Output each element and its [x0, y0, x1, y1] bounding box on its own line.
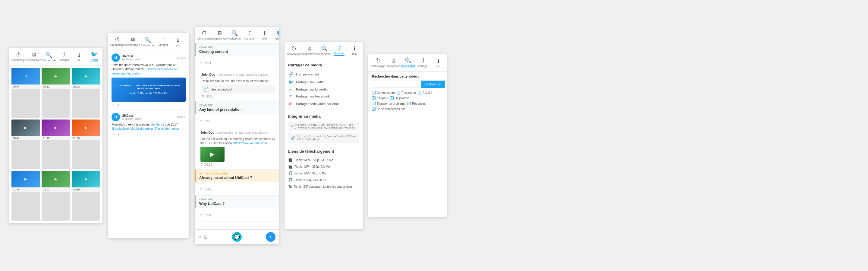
tab-rechercher-1[interactable]: 🔍 Rechercher — [41, 50, 56, 63]
list-item[interactable]: ▶ 01:12 — [41, 119, 70, 169]
tab-diapositives-2[interactable]: 🖥 Diapositives — [125, 35, 140, 48]
add-button[interactable]: + — [266, 232, 276, 242]
like-button[interactable]: ♥ — [118, 104, 119, 107]
tab-rechercher-4[interactable]: 🔍 Rechercher — [317, 44, 332, 57]
like-button[interactable]: ♥ — [118, 133, 119, 136]
close-button-1[interactable]: ✕ — [102, 52, 102, 61]
tab-diapositives-3[interactable]: 🖥 Diapositives — [212, 29, 227, 42]
tab-diapositives-4[interactable]: 🖥 Diapositives — [302, 44, 316, 57]
filter-chapitre[interactable]: Chapitre — [372, 96, 388, 100]
download-icon: 🎵 — [288, 178, 293, 182]
more-button[interactable]: ⋮ — [271, 130, 276, 136]
chat-button[interactable]: 💬 — [232, 232, 242, 242]
tab-chronologie-2[interactable]: ⏱ Chronologie — [110, 35, 125, 48]
filter-je-ne-comprends[interactable]: Je ne comprends pas — [372, 107, 406, 111]
download-item[interactable]: 🎵 Fichier OGA, 744.58 Ko — [288, 177, 359, 183]
retweet-button[interactable]: ↺ — [112, 133, 114, 136]
tab-info-4[interactable]: ℹ Info — [347, 44, 362, 57]
checkbox-commentaire[interactable] — [372, 91, 375, 94]
tab-rechercher-3[interactable]: 🔍 Rechercher — [227, 29, 242, 42]
tab-diapositives-5[interactable]: 🖥 Diapositives — [386, 56, 400, 69]
download-item[interactable]: 🎬 Fichier MP4, 720p, 23.07 Mo — [288, 157, 359, 163]
thumb-preview: ▶ — [72, 171, 100, 187]
filter-activite[interactable]: Activité — [418, 91, 432, 94]
tab-twitter-4[interactable]: 🐦 Twitter — [362, 44, 363, 57]
email-icon: ✉ — [288, 101, 293, 106]
list-item[interactable]: ▶ 01:34 — [72, 119, 100, 169]
checkbox-reponses[interactable] — [407, 102, 411, 105]
tab-chronologie-4[interactable]: ⏱ Chronologie — [287, 44, 301, 57]
tab-partager-1[interactable]: ⤴ Partager — [57, 50, 71, 63]
more-button[interactable]: ⋮ — [271, 187, 276, 192]
timestamp: ⏱ 01:34 ⋮ — [199, 213, 276, 218]
tab-diapositives-1[interactable]: 🖥 Diapositives — [27, 50, 41, 63]
tab-twitter-5[interactable]: 🐦 Twitter — [446, 56, 447, 69]
more-button[interactable]: ⋮ — [271, 73, 276, 78]
search-icon: 🔍 — [231, 30, 238, 36]
search-input[interactable] — [372, 81, 419, 88]
share-linkedin[interactable]: in Partager sur LinkedIn — [288, 86, 359, 93]
list-item[interactable]: ▶ 01:45 — [11, 171, 40, 221]
download-item[interactable]: 🎵 Fichier MP3, 923.75 Ko — [288, 170, 359, 177]
tab-twitter-1[interactable]: 🐦 Twitter — [87, 50, 101, 63]
tab-partager-3[interactable]: ⤴ Partager — [242, 29, 257, 42]
tab-chronologie-5[interactable]: ⏱ Chronologie — [371, 56, 385, 69]
filter-diapositive[interactable]: Diapositive — [390, 96, 410, 100]
list-item[interactable]: ▶ 02:15 — [72, 171, 100, 221]
tab-chronologie-1[interactable]: ⏱ Chronologie — [11, 50, 26, 63]
share-icon: ⤴ — [338, 45, 341, 51]
more-button[interactable]: ⋮ — [271, 118, 276, 124]
tab-info-5[interactable]: ℹ Info — [431, 56, 445, 69]
tab-twitter-2[interactable]: 🐦 Twitter — [186, 35, 189, 48]
slides-icon[interactable]: ⊞ — [204, 234, 208, 240]
share-facebook[interactable]: f Partager sur Facebook — [288, 93, 359, 100]
checkbox-activite[interactable] — [418, 91, 421, 94]
more-button[interactable]: ⋮ — [271, 213, 276, 218]
timeline-time-item: ⏱ 01:34 ⋮ — [195, 208, 279, 221]
retweet-button[interactable]: ↺ — [112, 104, 114, 107]
checkbox-je-ne-comprends[interactable] — [372, 107, 375, 111]
tweet-item: U UbiCast @ubicast_video 10 Jan. Formati… — [108, 110, 189, 139]
tab-partager-2[interactable]: ⤴ Partager — [156, 35, 170, 48]
share-permalink[interactable]: 🔗 Lien permanent — [288, 70, 359, 78]
checkbox-ressource[interactable] — [397, 91, 400, 94]
list-item[interactable]: ▶ 00:44 — [11, 119, 40, 169]
twitter-feed-content: U UbiCast @ubicast_video 11 Jan. Save th… — [108, 50, 189, 238]
comment-meta: · Commentaire · 2 mois, 2semaines plus t… — [215, 131, 267, 134]
share-email[interactable]: ✉ Partager cette vidéo par email — [288, 100, 359, 108]
filter-ressource[interactable]: Ressource — [397, 91, 416, 94]
tab-rechercher-5[interactable]: 🔍 Rechercher — [401, 56, 415, 70]
tab-partager-5[interactable]: ⤴ Partager — [416, 56, 430, 69]
tab-twitter-3[interactable]: 🐦 Twitter — [273, 29, 279, 42]
tab-chronologie-3[interactable]: ⏱ Chronologie — [197, 29, 212, 42]
checkbox-signaler[interactable] — [372, 102, 375, 105]
filter-reponses[interactable]: Réponses — [407, 102, 426, 105]
download-item[interactable]: 🎬 Fichier MP4, 360p, 9.3 Mo — [288, 163, 359, 170]
share-twitter[interactable]: 🐦 Partager sur Twitter — [288, 78, 359, 86]
tab-info-1[interactable]: ℹ Info — [72, 50, 86, 63]
list-item[interactable]: ▶ 00:11 — [41, 68, 70, 118]
list-item[interactable]: ▶ 02:01 — [41, 171, 70, 221]
checkbox-diapositive[interactable] — [390, 96, 394, 100]
list-item[interactable]: ▶ 00:23 — [72, 68, 100, 118]
embed-code-box[interactable]: ⊡ <iframe width="720" height="530" src="… — [288, 121, 359, 131]
download-item[interactable]: 🗜 Fichier ZIP contenant toutes les diapo… — [288, 183, 359, 190]
thumb-preview: ▶ — [11, 119, 40, 136]
tab-info-3[interactable]: ℹ Info — [257, 29, 272, 42]
url-box[interactable]: 🔗 https://ubicast.tv/permalink/v1255eaa4… — [288, 133, 359, 143]
checkbox-chapitre[interactable] — [372, 96, 375, 100]
tab-info-2[interactable]: ℹ Info — [170, 35, 185, 48]
download-icon: 🗜 — [288, 184, 292, 189]
more-button[interactable]: ⋮ — [271, 60, 276, 66]
search-button[interactable]: Rechercher — [421, 81, 445, 88]
filter-commentaire[interactable]: Commentaire — [372, 91, 395, 94]
tab-rechercher-2[interactable]: 🔍 Rechercher — [141, 35, 155, 48]
clock-icon: ⏱ — [115, 36, 120, 43]
downloads-list: 🎬 Fichier MP4, 720p, 23.07 Mo 🎬 Fichier … — [288, 157, 359, 190]
file-attachment[interactable]: 📄 idea_project.pdf — [201, 85, 276, 93]
list-item[interactable]: U 00:04 — [11, 68, 40, 118]
filter-signaler[interactable]: Signaler un problème — [372, 102, 405, 105]
tab-partager-4[interactable]: ⤴ Partager — [332, 44, 347, 57]
search-icon: 🔍 — [321, 45, 328, 52]
nav-left-button[interactable]: « — [198, 234, 201, 240]
